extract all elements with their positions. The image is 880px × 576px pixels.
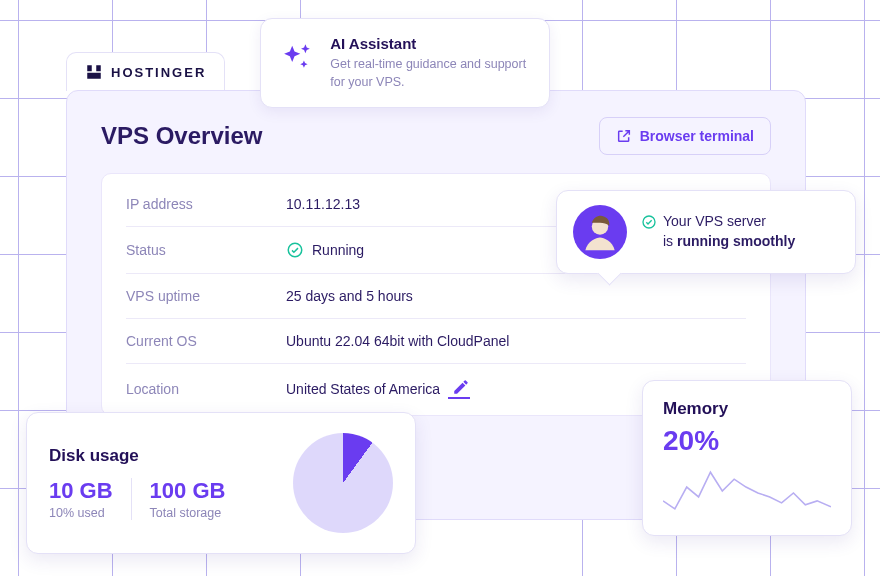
check-circle-icon <box>286 241 304 259</box>
disk-usage-title: Disk usage <box>49 446 225 466</box>
memory-percent: 20% <box>663 425 831 457</box>
disk-used-label: 10% used <box>49 506 113 520</box>
status-line1: Your VPS server <box>663 212 795 232</box>
row-uptime: VPS uptime 25 days and 5 hours <box>126 274 746 319</box>
edit-location-button[interactable] <box>448 378 470 399</box>
status-bubble: Your VPS server is running smoothly <box>556 190 856 274</box>
page-title: VPS Overview <box>101 122 262 150</box>
disk-used-value: 10 GB <box>49 478 113 504</box>
ai-assistant-subtitle: Get real-time guidance and support for y… <box>330 56 531 91</box>
ai-assistant-card[interactable]: AI Assistant Get real-time guidance and … <box>260 18 550 108</box>
open-external-icon <box>616 128 632 144</box>
disk-total-value: 100 GB <box>150 478 226 504</box>
ip-value: 10.11.12.13 <box>286 196 360 212</box>
disk-usage-pie-chart <box>293 433 393 533</box>
browser-terminal-label: Browser terminal <box>640 128 754 144</box>
brand-logo-icon <box>85 63 103 81</box>
sparkle-icon <box>279 35 314 83</box>
disk-total-label: Total storage <box>150 506 226 520</box>
svg-point-0 <box>288 243 302 257</box>
memory-card: Memory 20% <box>642 380 852 536</box>
browser-terminal-button[interactable]: Browser terminal <box>599 117 771 155</box>
person-icon <box>578 210 622 254</box>
uptime-value: 25 days and 5 hours <box>286 288 413 304</box>
os-value: Ubuntu 22.04 64bit with CloudPanel <box>286 333 509 349</box>
avatar <box>573 205 627 259</box>
row-os: Current OS Ubuntu 22.04 64bit with Cloud… <box>126 319 746 364</box>
status-line2: is running smoothly <box>663 232 795 252</box>
memory-sparkline-chart <box>663 467 831 517</box>
brand-name: HOSTINGER <box>111 65 206 80</box>
location-value: United States of America <box>286 381 440 397</box>
location-label: Location <box>126 381 286 397</box>
check-circle-icon <box>641 214 657 230</box>
svg-point-3 <box>643 216 655 228</box>
ip-label: IP address <box>126 196 286 212</box>
ai-assistant-title: AI Assistant <box>330 35 531 52</box>
brand-tab: HOSTINGER <box>66 52 225 91</box>
os-label: Current OS <box>126 333 286 349</box>
status-value: Running <box>312 242 364 258</box>
status-label: Status <box>126 242 286 258</box>
uptime-label: VPS uptime <box>126 288 286 304</box>
pencil-icon <box>452 378 470 396</box>
disk-usage-card: Disk usage 10 GB 10% used 100 GB Total s… <box>26 412 416 554</box>
memory-title: Memory <box>663 399 831 419</box>
